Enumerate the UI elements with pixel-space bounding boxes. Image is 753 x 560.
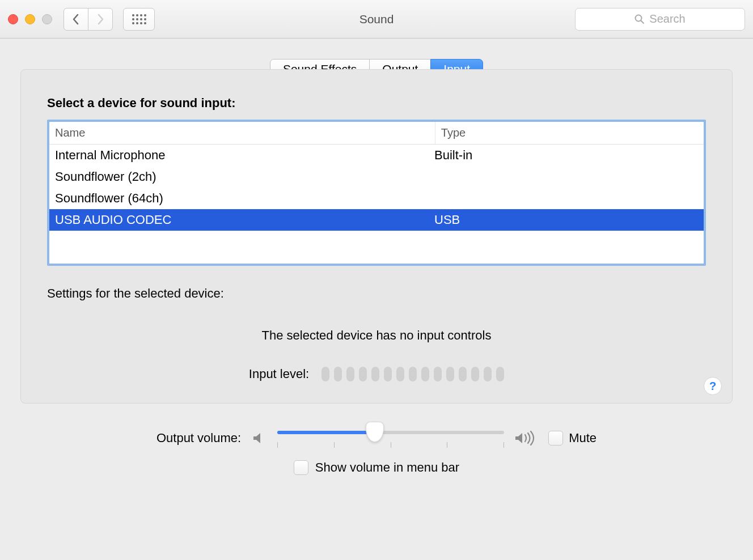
input-level-row: Input level:	[47, 367, 706, 381]
svg-point-11	[144, 22, 146, 24]
svg-point-1	[136, 14, 138, 16]
device-list-heading: Select a device for sound input:	[47, 96, 706, 111]
forward-button	[88, 8, 113, 31]
device-type: USB	[434, 213, 698, 227]
device-row[interactable]: Soundflower (2ch)	[49, 166, 704, 188]
show-all-button[interactable]	[123, 8, 155, 31]
content: Sound Effects Output Input Select a devi…	[0, 39, 753, 486]
device-row[interactable]: Soundflower (64ch)	[49, 188, 704, 209]
show-in-menubar-checkbox[interactable]	[294, 460, 308, 475]
column-header-name[interactable]: Name	[49, 122, 435, 144]
level-segment	[484, 367, 492, 381]
output-volume-row: Output volume: Mute	[20, 429, 733, 448]
search-placeholder: Search	[649, 12, 685, 26]
device-name: Internal Microphone	[55, 148, 434, 163]
level-segment	[409, 367, 417, 381]
search-icon	[634, 14, 645, 24]
show-in-menubar-label: Show volume in menu bar	[315, 460, 459, 475]
level-segment	[496, 367, 504, 381]
input-level-meter	[321, 367, 504, 381]
titlebar: Sound Search	[0, 0, 753, 39]
svg-point-2	[140, 14, 142, 16]
level-segment	[396, 367, 404, 381]
level-segment	[321, 367, 329, 381]
window-controls	[8, 14, 52, 24]
help-icon: ?	[709, 380, 716, 393]
device-name: USB AUDIO CODEC	[55, 213, 434, 227]
level-segment	[434, 367, 442, 381]
input-level-label: Input level:	[249, 367, 309, 381]
back-button[interactable]	[64, 8, 88, 31]
show-in-menubar-row: Show volume in menu bar	[20, 460, 733, 475]
nav-buttons	[64, 8, 113, 31]
svg-point-5	[136, 18, 138, 20]
settings-heading: Settings for the selected device:	[47, 286, 706, 301]
level-segment	[459, 367, 467, 381]
svg-point-10	[140, 22, 142, 24]
device-list-header: Name Type	[49, 122, 704, 145]
device-rows: Internal MicrophoneBuilt-inSoundflower (…	[49, 145, 704, 264]
help-button[interactable]: ?	[704, 377, 722, 395]
level-segment	[384, 367, 392, 381]
mute-label: Mute	[569, 431, 597, 446]
no-input-controls-text: The selected device has no input control…	[47, 328, 706, 343]
svg-point-0	[132, 14, 134, 16]
output-volume-label: Output volume:	[156, 431, 241, 446]
svg-line-13	[641, 20, 644, 23]
close-window-button[interactable]	[8, 14, 18, 24]
grid-icon	[132, 14, 146, 25]
device-list: Name Type Internal MicrophoneBuilt-inSou…	[47, 120, 706, 266]
svg-point-3	[144, 14, 146, 16]
level-segment	[421, 367, 429, 381]
svg-point-9	[136, 22, 138, 24]
window-title: Sound	[359, 12, 394, 26]
device-name: Soundflower (2ch)	[55, 169, 434, 184]
svg-point-6	[140, 18, 142, 20]
level-segment	[371, 367, 379, 381]
device-type	[434, 169, 698, 184]
mute-control: Mute	[548, 431, 597, 446]
column-header-type[interactable]: Type	[435, 122, 704, 144]
level-segment	[346, 367, 354, 381]
output-volume-slider[interactable]	[277, 429, 504, 448]
device-type	[434, 191, 698, 206]
minimize-window-button[interactable]	[25, 14, 35, 24]
level-segment	[446, 367, 454, 381]
mute-checkbox[interactable]	[548, 431, 563, 446]
svg-point-7	[144, 18, 146, 20]
zoom-window-button	[42, 14, 52, 24]
svg-point-4	[132, 18, 134, 20]
level-segment	[334, 367, 342, 381]
device-row[interactable]: USB AUDIO CODECUSB	[49, 209, 704, 231]
slider-knob[interactable]	[366, 422, 384, 442]
device-type: Built-in	[434, 148, 698, 163]
search-input[interactable]: Search	[575, 8, 745, 31]
input-panel: Select a device for sound input: Name Ty…	[20, 69, 733, 404]
svg-point-8	[132, 22, 134, 24]
speaker-low-icon	[251, 430, 267, 446]
level-segment	[359, 367, 367, 381]
device-row[interactable]: Internal MicrophoneBuilt-in	[49, 145, 704, 166]
level-segment	[471, 367, 479, 381]
speaker-high-icon	[514, 430, 538, 446]
device-name: Soundflower (64ch)	[55, 191, 434, 206]
